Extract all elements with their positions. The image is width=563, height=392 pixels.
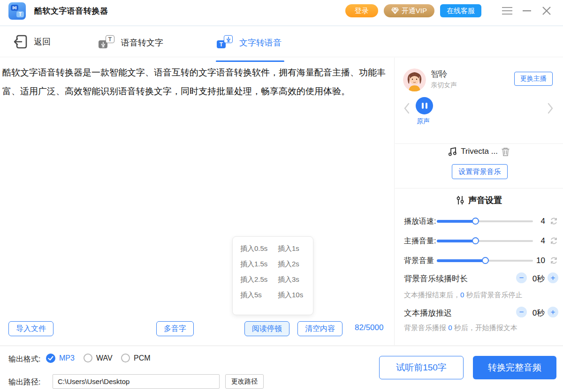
voice-desc: 亲切女声 xyxy=(431,81,457,90)
tab-bar: 返回 T 语音转文字 T 文字转语音 xyxy=(0,27,563,57)
voice-volume-reset-icon[interactable] xyxy=(550,237,558,247)
speech-to-text-icon: T xyxy=(99,35,114,50)
speed-slider-row: 播放语速: 4 xyxy=(395,216,563,227)
close-icon[interactable] xyxy=(540,4,554,18)
insert-option[interactable]: 插入10s xyxy=(278,291,303,300)
back-label: 返回 xyxy=(34,36,51,47)
bg-duration-minus-button[interactable]: − xyxy=(516,272,527,283)
clear-content-button[interactable]: 清空内容 xyxy=(297,321,342,336)
speed-slider[interactable] xyxy=(437,220,533,222)
pause-insert-popup: 插入0.5s插入1s 插入1.5s插入2s 插入2.5s插入3s 插入5s插入1… xyxy=(232,236,313,315)
preview-button[interactable]: 试听前150字 xyxy=(379,356,464,379)
menu-icon[interactable] xyxy=(500,4,514,18)
format-radio-mp3[interactable]: MP3 xyxy=(46,354,75,363)
insert-option[interactable]: 插入2.5s xyxy=(240,275,278,284)
bg-duration-row: 背景音乐续播时长 − 0秒 + xyxy=(395,272,563,284)
bg-volume-slider-row: 背景音量 10 xyxy=(395,255,563,266)
bg-duration-label: 背景音乐续播时长 xyxy=(404,273,468,284)
unchecked-radio-icon xyxy=(121,354,130,362)
format-option-label: PCM xyxy=(134,354,151,362)
main-area: 酷软文字语音转换器是一款智能文字、语音互转的文字语音转换软件，拥有海量配音主播、… xyxy=(0,58,563,345)
pause-playback-button[interactable] xyxy=(416,97,433,114)
music-track-name: Trivecta ... xyxy=(461,147,498,156)
reading-pause-button[interactable]: 阅读停顿 xyxy=(244,321,289,336)
login-button[interactable]: 登录 xyxy=(345,4,378,17)
format-option-label: MP3 xyxy=(59,354,75,362)
import-file-button[interactable]: 导入文件 xyxy=(8,321,53,336)
bg-volume-reset-icon[interactable] xyxy=(550,256,558,266)
app-title: 酷软文字语音转换器 xyxy=(34,6,108,16)
format-radio-wav[interactable]: WAV xyxy=(84,354,113,362)
back-icon xyxy=(13,34,28,50)
delay-hint: 背景音乐播报 0 秒后，开始播报文本 xyxy=(404,324,559,332)
bg-volume-label: 背景音量 xyxy=(404,256,434,266)
format-radio-pcm[interactable]: PCM xyxy=(121,354,151,362)
convert-button[interactable]: 转换完整音频 xyxy=(473,356,556,379)
insert-option[interactable]: 插入5s xyxy=(240,291,278,300)
text-to-speech-icon: T xyxy=(217,35,233,50)
sidebar: 智聆 亲切女声 更换主播 原声 Trivecta ... 设置背景音乐 xyxy=(395,58,563,345)
delay-label: 文本播放推迟 xyxy=(404,308,452,318)
tab-label: 语音转文字 xyxy=(121,37,163,48)
unchecked-radio-icon xyxy=(84,354,92,362)
sample-label: 原声 xyxy=(417,117,430,126)
insert-option[interactable]: 插入1s xyxy=(278,244,299,253)
path-label: 输出路径: xyxy=(8,377,40,387)
bg-duration-plus-button[interactable]: + xyxy=(548,272,558,283)
insert-option[interactable]: 插入0.5s xyxy=(240,244,278,253)
vip-button[interactable]: 开通VIP xyxy=(384,4,434,17)
char-count: 82/5000 xyxy=(355,323,383,332)
insert-option[interactable]: 插入1.5s xyxy=(240,260,278,269)
minimize-icon[interactable] xyxy=(520,4,534,18)
output-path-input[interactable] xyxy=(53,374,220,389)
set-bg-music-button[interactable]: 设置背景音乐 xyxy=(452,164,508,179)
bg-duration-hint: 文本播报结束后，0 秒后背景音乐停止 xyxy=(404,291,559,300)
delete-music-icon[interactable] xyxy=(502,147,510,156)
tab-text-to-speech[interactable]: T 文字转语音 xyxy=(217,34,282,52)
bg-volume-value: 10 xyxy=(533,256,545,265)
title-bar: T 酷软文字语音转换器 登录 开通VIP 在线客服 xyxy=(0,0,563,26)
voice-volume-label: 主播音量: xyxy=(404,236,436,246)
polyphonic-button[interactable]: 多音字 xyxy=(156,321,194,336)
delay-plus-button[interactable]: + xyxy=(548,307,558,317)
insert-option[interactable]: 插入2s xyxy=(278,260,299,269)
delay-row: 文本播放推迟 − 0秒 + xyxy=(395,307,563,318)
editor-text[interactable]: 酷软文字语音转换器是一款智能文字、语音互转的文字语音转换软件，拥有海量配音主播、… xyxy=(2,63,391,101)
format-label: 输出格式: xyxy=(8,354,40,364)
voice-avatar xyxy=(403,68,426,91)
text-editor-panel[interactable]: 酷软文字语音转换器是一款智能文字、语音互转的文字语音转换软件，拥有海量配音主播、… xyxy=(0,58,395,345)
bg-duration-value: 0秒 xyxy=(529,273,548,284)
voice-volume-slider[interactable] xyxy=(437,240,533,242)
bg-volume-slider[interactable] xyxy=(437,260,533,262)
delay-minus-button[interactable]: − xyxy=(516,307,527,317)
delay-value: 0秒 xyxy=(529,308,548,318)
sound-settings-title: 声音设置 xyxy=(468,195,502,206)
music-note-icon xyxy=(449,147,457,156)
insert-option[interactable]: 插入3s xyxy=(278,275,299,284)
change-voice-button[interactable]: 更换主播 xyxy=(514,72,553,86)
format-option-label: WAV xyxy=(96,354,113,362)
speed-value: 4 xyxy=(533,217,545,226)
diamond-icon xyxy=(391,8,399,14)
support-button[interactable]: 在线客服 xyxy=(440,4,481,17)
sliders-icon xyxy=(456,196,464,205)
change-path-button[interactable]: 更改路径 xyxy=(225,374,264,389)
voice-volume-slider-row: 主播音量: 4 xyxy=(395,235,563,247)
speed-label: 播放语速: xyxy=(404,217,436,226)
chevron-right-icon[interactable] xyxy=(547,103,554,116)
voice-name: 智聆 xyxy=(431,68,448,80)
chevron-left-icon[interactable] xyxy=(403,103,410,116)
back-button[interactable]: 返回 xyxy=(13,34,51,50)
tab-speech-to-text[interactable]: T 语音转文字 xyxy=(99,34,163,52)
footer-bar: 输出格式: MP3 WAV PCM 输出路径: 更改路径 试听前150字 转换完… xyxy=(0,346,563,392)
tab-label-active: 文字转语音 xyxy=(239,37,282,48)
checked-radio-icon xyxy=(46,354,55,363)
speed-reset-icon[interactable] xyxy=(550,217,558,227)
voice-volume-value: 4 xyxy=(533,236,545,246)
app-logo-icon: T xyxy=(8,2,26,20)
